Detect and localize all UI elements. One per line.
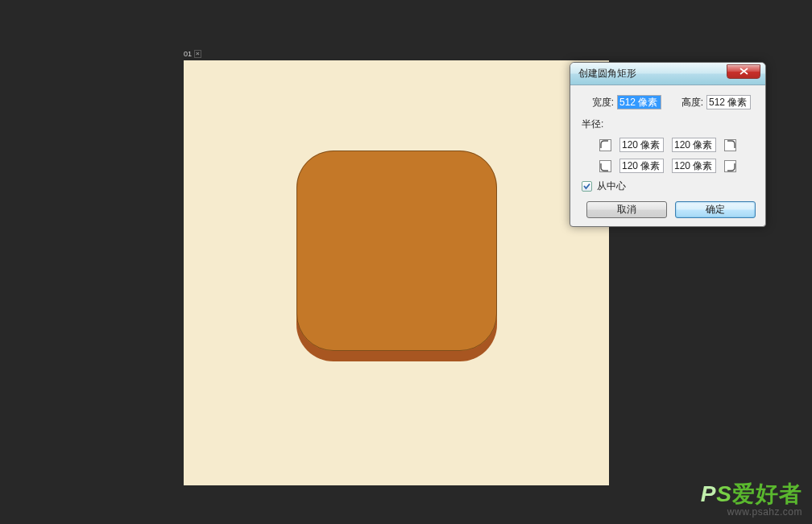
corner-tl-icon[interactable] xyxy=(599,139,611,151)
canvas-artboard[interactable] xyxy=(184,60,609,485)
radius-br-input[interactable]: 120 像素 xyxy=(672,159,716,173)
close-tab-icon[interactable]: × xyxy=(194,50,201,58)
dimensions-row: 宽度: 512 像素 高度: 512 像素 xyxy=(580,95,756,109)
dialog-title: 创建圆角矩形 xyxy=(578,67,636,80)
create-rounded-rectangle-dialog: 创建圆角矩形 宽度: 512 像素 高度: 512 像素 半径: 120 像素 … xyxy=(570,62,766,227)
cancel-button[interactable]: 取消 xyxy=(586,201,667,218)
ok-button[interactable]: 确定 xyxy=(675,201,756,218)
dialog-body: 宽度: 512 像素 高度: 512 像素 半径: 120 像素 120 像素 … xyxy=(570,85,765,226)
radius-row-top: 120 像素 120 像素 xyxy=(580,138,756,152)
from-center-checkbox[interactable] xyxy=(582,181,592,192)
height-label: 高度: xyxy=(674,96,703,109)
radius-bl-input[interactable]: 120 像素 xyxy=(619,159,664,173)
rounded-rect-shape[interactable] xyxy=(296,151,497,351)
radius-tr-input[interactable]: 120 像素 xyxy=(672,138,716,152)
document-tab-label: 01 xyxy=(184,50,192,58)
radius-label: 半径: xyxy=(582,118,756,131)
height-input[interactable]: 512 像素 xyxy=(706,95,751,109)
width-label: 宽度: xyxy=(585,96,614,109)
from-center-label: 从中心 xyxy=(597,179,626,193)
dialog-close-button[interactable] xyxy=(727,64,760,79)
width-input[interactable]: 512 像素 xyxy=(617,95,661,109)
dialog-button-row: 取消 确定 xyxy=(580,201,756,218)
close-icon xyxy=(740,68,748,75)
document-window: 01 × xyxy=(184,60,609,485)
radius-tl-input[interactable]: 120 像素 xyxy=(619,138,664,152)
watermark: PS爱好者 www.psahz.com xyxy=(701,479,802,518)
corner-tr-icon[interactable] xyxy=(724,139,736,151)
from-center-row: 从中心 xyxy=(582,179,756,193)
checkmark-icon xyxy=(582,182,591,191)
dialog-titlebar[interactable]: 创建圆角矩形 xyxy=(570,63,765,85)
corner-br-icon[interactable] xyxy=(724,160,736,172)
corner-bl-icon[interactable] xyxy=(599,160,611,172)
radius-row-bottom: 120 像素 120 像素 xyxy=(580,159,756,173)
watermark-brand: PS爱好者 xyxy=(701,479,802,510)
document-tab[interactable]: 01 × xyxy=(184,50,204,58)
